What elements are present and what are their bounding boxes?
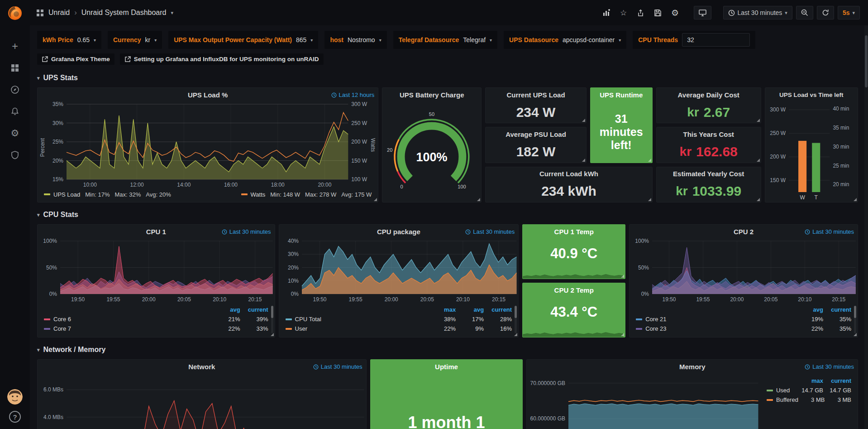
legend-value: 3 MB <box>798 396 825 403</box>
sidebar-item-server-admin[interactable] <box>5 146 25 164</box>
variable-value[interactable]: Nostromo <box>348 36 375 43</box>
legend-value: 3 MB <box>825 396 851 403</box>
legend-item[interactable]: WattsMin: 148 WMax: 278 WAvg: 175 W <box>241 191 372 198</box>
panel-title[interactable]: Current Load kWh <box>539 170 598 178</box>
variable-value[interactable]: 0.65 <box>77 36 90 43</box>
legend-sort-header[interactable]: current <box>484 306 512 313</box>
network-chart[interactable]: 2.0 MBs4.0 MBs6.0 MBs <box>38 373 366 429</box>
template-variable[interactable]: Telegraf Datasource Telegraf ▾ <box>393 31 497 49</box>
share-button[interactable] <box>634 6 648 19</box>
panel-title[interactable]: Network <box>188 363 215 371</box>
dashboard-settings-button[interactable]: ⚙ <box>668 6 682 19</box>
scrollbar[interactable] <box>864 25 868 429</box>
dashboard-link-plex-theme[interactable]: Grafana Plex Theme <box>37 53 114 65</box>
template-variable[interactable]: host Nostromo ▾ <box>324 31 386 49</box>
time-picker-button[interactable]: Last 30 minutes ▾ <box>723 6 792 19</box>
panel-title[interactable]: Current UPS Load <box>506 91 565 99</box>
template-variable[interactable]: UPS Max Output Power Capacity (Watt) 865… <box>168 31 318 49</box>
panel-title[interactable]: Memory <box>679 363 706 371</box>
ups-load-chart[interactable]: 15%20%25%30%35%100 W150 W200 W250 W300 W… <box>38 101 378 189</box>
variable-value[interactable]: 32 <box>682 33 750 47</box>
panel-title[interactable]: UPS Battery Charge <box>400 91 464 99</box>
legend-sort-header[interactable]: max <box>428 306 456 313</box>
breadcrumb-title[interactable]: Unraid System Dashboard <box>81 9 167 17</box>
battery-gauge-chart[interactable]: 02050100100% <box>385 102 478 199</box>
sidebar-item-create[interactable]: + <box>5 37 25 55</box>
chevron-down-icon: ▾ <box>852 10 855 16</box>
panel-title[interactable]: Average PSU Load <box>506 130 566 138</box>
legend-row[interactable]: Used14.7 GB14.7 GB <box>767 386 851 395</box>
legend-row[interactable]: Core 621%39% <box>44 314 268 324</box>
legend-row[interactable]: User22%9%16% <box>286 324 512 333</box>
sidebar-item-explore[interactable] <box>5 81 25 99</box>
grafana-logo[interactable] <box>6 4 24 22</box>
apps-grid-icon[interactable] <box>36 9 44 17</box>
panel-title[interactable]: Estimated Yearly Cost <box>673 170 744 178</box>
y-axis-label-left: Percent <box>39 138 46 157</box>
scrollbar-thumb[interactable] <box>865 35 868 87</box>
panel-title[interactable]: CPU 2 Temp <box>554 286 594 294</box>
load-vs-time-bar-chart[interactable]: 150 W200 W250 W300 W20 min25 min30 min35… <box>765 101 858 202</box>
refresh-button[interactable] <box>817 6 834 19</box>
legend-sort-header[interactable]: current <box>240 306 268 313</box>
dashboard-link-ups-guide[interactable]: Setting up Grafana and InfluxDB for UPS … <box>120 53 324 65</box>
star-button[interactable]: ☆ <box>617 6 630 19</box>
legend-row[interactable]: CPU Total38%17%28% <box>286 314 512 324</box>
user-avatar[interactable] <box>7 389 23 405</box>
compass-icon <box>10 85 19 94</box>
cpu-package-chart[interactable]: 0%10%20%30%40%19:5019:5520:0020:0520:102… <box>279 238 519 304</box>
breadcrumb-folder[interactable]: Unraid <box>48 9 70 17</box>
cpu2-chart[interactable]: 0%50%100%19:5019:5520:0020:0520:1020:15 <box>630 238 858 304</box>
legend-scrollbar[interactable] <box>271 306 273 333</box>
panel-title[interactable]: UPS Load vs Time left <box>779 92 844 98</box>
template-variable[interactable]: CPU Threads 32 <box>633 31 755 49</box>
panel-title[interactable]: CPU 1 <box>146 228 166 236</box>
row-header-ups-stats[interactable]: ▾ UPS Stats <box>37 71 858 85</box>
panel-title[interactable]: UPS Load % <box>188 91 228 99</box>
legend-row[interactable]: Core 2119%35% <box>636 314 851 324</box>
memory-chart[interactable]: 50.000000 GB60.000000 GB70.000000 GB <box>527 373 760 429</box>
template-variable[interactable]: kWh Price 0.65 ▾ <box>37 31 101 49</box>
variable-value[interactable]: kr <box>145 36 150 43</box>
sidebar-item-alerting[interactable] <box>5 102 25 121</box>
sidebar-item-dashboards[interactable] <box>5 59 25 77</box>
variable-value[interactable]: 865 <box>296 36 306 43</box>
legend-sort-header[interactable]: max <box>795 377 823 384</box>
legend-row[interactable]: Core 2322%35% <box>636 324 851 333</box>
variable-value[interactable]: Telegraf <box>463 36 486 43</box>
panel-title[interactable]: CPU 1 Temp <box>554 228 594 236</box>
sidebar-item-configuration[interactable]: ⚙ <box>5 124 25 142</box>
svg-text:20: 20 <box>387 147 392 153</box>
legend-sort-header[interactable]: avg <box>212 306 240 313</box>
legend-item[interactable]: UPS LoadMin: 17%Max: 32%Avg: 20% <box>44 191 171 198</box>
legend-sort-header[interactable]: avg <box>456 306 484 313</box>
legend-row[interactable]: Buffered3 MB3 MB <box>767 395 851 405</box>
panel-title[interactable]: Uptime <box>435 363 458 371</box>
save-button[interactable] <box>651 6 665 19</box>
dashboard-caret-icon[interactable]: ▾ <box>171 10 173 16</box>
panel-title[interactable]: Average Daily Cost <box>678 91 739 99</box>
panel-title[interactable]: This Years Cost <box>683 130 734 138</box>
panel-title[interactable]: CPU 2 <box>734 228 754 236</box>
legend-scrollbar[interactable] <box>854 306 856 333</box>
refresh-interval-button[interactable]: 5s ▾ <box>838 6 860 19</box>
variable-value[interactable]: apcupsd-container <box>563 36 615 43</box>
add-panel-button[interactable] <box>600 6 613 19</box>
help-icon[interactable]: ? <box>9 411 21 423</box>
legend-sort-header[interactable]: avg <box>795 306 823 313</box>
chevron-down-icon: ▾ <box>37 75 40 81</box>
row-header-cpu-stats[interactable]: ▾ CPU Stats <box>37 208 858 222</box>
cycle-view-button[interactable] <box>694 6 711 19</box>
template-variable[interactable]: UPS Datasource apcupsd-container ▾ <box>504 31 626 49</box>
template-variable[interactable]: Currency kr ▾ <box>108 31 162 49</box>
zoom-out-button[interactable] <box>796 6 813 19</box>
cpu1-chart[interactable]: 0%50%100%19:5019:5520:0020:0520:1020:15 <box>38 238 275 304</box>
legend-sort-header[interactable]: current <box>823 377 851 384</box>
panel-title[interactable]: CPU package <box>377 228 420 236</box>
legend-row[interactable]: Core 722%33% <box>44 324 268 333</box>
row-header-network-memory[interactable]: ▾ Network / Memory <box>37 343 858 357</box>
legend-scrollbar[interactable] <box>515 306 517 333</box>
legend-sort-header[interactable]: current <box>823 306 851 313</box>
panel-title[interactable]: UPS Runtime <box>600 91 643 99</box>
legend-series-name: User <box>295 325 307 332</box>
